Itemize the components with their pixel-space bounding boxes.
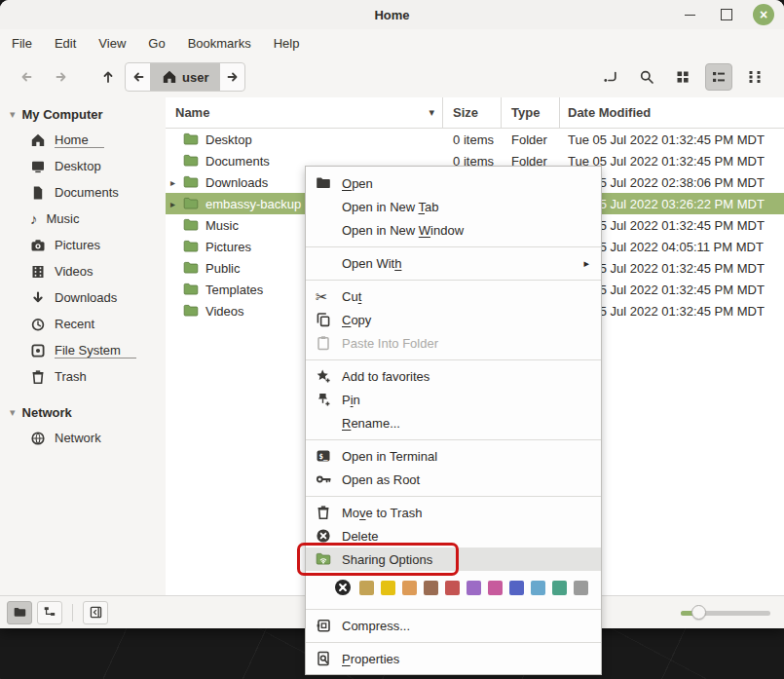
show-treeview-button[interactable] — [37, 601, 62, 624]
sidebar-item-label: Recent — [55, 317, 94, 331]
sidebar-item-label: Desktop — [55, 159, 101, 173]
menu-item-cut[interactable]: ✂Cut — [306, 284, 601, 308]
menubar-item-help[interactable]: Help — [272, 34, 302, 53]
hide-sidebar-icon — [89, 605, 103, 620]
search-button[interactable] — [633, 63, 660, 91]
sidebar: ▾My ComputerHomeDesktopDocuments♪MusicPi… — [0, 97, 166, 596]
list-view-button[interactable] — [705, 63, 732, 91]
color-swatch-9[interactable] — [552, 581, 567, 595]
maximize-button[interactable] — [716, 4, 737, 25]
menu-item-add-to-favorites[interactable]: Add to favorites — [306, 364, 601, 388]
delete-icon — [316, 528, 333, 544]
color-swatch-7[interactable] — [509, 581, 524, 595]
sidebar-item-downloads[interactable]: Downloads — [0, 284, 166, 311]
hide-sidebar-button[interactable] — [83, 601, 108, 624]
column-header-size[interactable]: Size — [443, 97, 502, 128]
desktop-background: Home × FileEditViewGoBookmarksHelp user … — [0, 0, 784, 679]
color-swatch-2[interactable] — [402, 581, 417, 595]
color-swatch-6[interactable] — [488, 581, 503, 595]
recent-icon — [30, 317, 46, 332]
sidebar-section-my-computer[interactable]: ▾My Computer — [0, 101, 166, 127]
menubar-item-view[interactable]: View — [96, 34, 128, 53]
zoom-slider-thumb[interactable] — [691, 605, 706, 620]
column-header-date-modified[interactable]: Date Modified — [560, 97, 784, 128]
sidebar-item-recent[interactable]: Recent — [0, 311, 166, 337]
titlebar[interactable]: Home × — [0, 0, 784, 29]
sidebar-item-videos[interactable]: Videos — [0, 258, 166, 284]
breadcrumb-left-arrow[interactable] — [126, 63, 150, 91]
close-button[interactable]: × — [753, 4, 774, 25]
menubar-item-go[interactable]: Go — [146, 34, 167, 53]
menu-item-open[interactable]: Open — [306, 171, 601, 195]
sidebar-item-label: Network — [55, 431, 101, 445]
menu-item-compress[interactable]: Compress... — [306, 614, 601, 637]
menu-item-move-to-trash[interactable]: Move to Trash — [306, 501, 601, 524]
sidebar-item-file-system[interactable]: File System — [0, 337, 166, 363]
minimize-button[interactable] — [679, 4, 700, 25]
menu-item-open-with[interactable]: Open With▸ — [306, 251, 601, 275]
menu-separator — [306, 439, 601, 440]
compact-view-button[interactable] — [741, 63, 768, 91]
color-swatch-1[interactable] — [381, 581, 395, 595]
menu-item-paste-into-folder[interactable]: Paste Into Folder — [306, 331, 601, 355]
submenu-arrow-icon: ▸ — [583, 257, 589, 270]
sidebar-item-network[interactable]: Network — [0, 425, 166, 451]
show-places-button[interactable] — [7, 601, 32, 624]
sidebar-item-pictures[interactable]: Pictures — [0, 232, 166, 258]
breadcrumb-current-user[interactable]: user — [150, 63, 220, 91]
menubar-item-bookmarks[interactable]: Bookmarks — [186, 34, 253, 53]
menu-color-row — [306, 571, 601, 604]
sidebar-item-label: Music — [47, 211, 80, 226]
toggle-location-entry-button[interactable] — [597, 63, 624, 91]
sidebar-item-documents[interactable]: Documents — [0, 179, 166, 206]
back-button[interactable] — [14, 63, 39, 91]
file-name-label: Music — [205, 218, 239, 233]
color-swatch-0[interactable] — [359, 581, 374, 595]
menu-item-open-in-new-tab[interactable]: Open in New Tab — [306, 195, 601, 218]
color-swatch-10[interactable] — [574, 581, 588, 595]
menu-item-open-in-terminal[interactable]: $_Open in Terminal — [306, 444, 601, 468]
menu-separator — [306, 642, 601, 643]
sidebar-item-trash[interactable]: Trash — [0, 363, 166, 390]
clear-color-icon[interactable] — [334, 579, 352, 596]
color-swatch-4[interactable] — [445, 581, 460, 595]
sidebar-section-network[interactable]: ▾Network — [0, 399, 166, 425]
color-swatch-5[interactable] — [467, 581, 481, 595]
up-button[interactable] — [95, 63, 121, 91]
breadcrumb-right-arrow[interactable] — [220, 63, 244, 91]
file-row-desktop[interactable]: Desktop0 itemsFolderTue 05 Jul 2022 01:3… — [166, 129, 784, 150]
file-name-cell: Desktop — [166, 132, 443, 147]
sidebar-section-label: Network — [22, 405, 72, 420]
menu-item-properties[interactable]: Properties — [306, 647, 601, 670]
menu-item-rename[interactable]: Rename... — [306, 411, 601, 434]
menu-item-delete[interactable]: Delete — [306, 524, 601, 547]
menu-item-copy[interactable]: Copy — [306, 308, 601, 331]
triangle-down-icon: ▾ — [429, 106, 434, 119]
icon-view-button[interactable] — [669, 63, 696, 91]
sidebar-item-home[interactable]: Home — [0, 127, 166, 153]
folder-icon — [183, 132, 199, 147]
column-header-type[interactable]: Type — [502, 97, 560, 128]
menu-icon-spacer — [316, 199, 333, 214]
breadcrumb: user — [125, 62, 245, 92]
menu-item-open-in-new-window[interactable]: Open in New Window — [306, 218, 601, 242]
menu-item-sharing-options[interactable]: Sharing Options — [306, 547, 601, 571]
sidebar-item-desktop[interactable]: Desktop — [0, 153, 166, 179]
menubar-item-file[interactable]: File — [10, 34, 34, 53]
menu-item-pin[interactable]: Pin — [306, 388, 601, 411]
copy-icon — [316, 312, 333, 327]
sidebar-item-music[interactable]: ♪Music — [0, 206, 166, 232]
forward-icon — [54, 69, 69, 85]
menu-item-open-as-root[interactable]: Open as Root — [306, 468, 601, 491]
file-size-cell: 0 items — [443, 132, 502, 147]
column-header-name[interactable]: Name▾ — [166, 97, 443, 128]
color-swatch-8[interactable] — [531, 581, 545, 595]
search-icon — [639, 69, 654, 85]
treeview-icon — [43, 605, 57, 620]
zoom-slider[interactable] — [681, 606, 770, 620]
forward-button[interactable] — [49, 63, 74, 91]
menu-separator — [306, 609, 601, 610]
menu-item-label: Rename... — [342, 416, 400, 431]
color-swatch-3[interactable] — [424, 581, 438, 595]
menubar-item-edit[interactable]: Edit — [53, 34, 78, 53]
